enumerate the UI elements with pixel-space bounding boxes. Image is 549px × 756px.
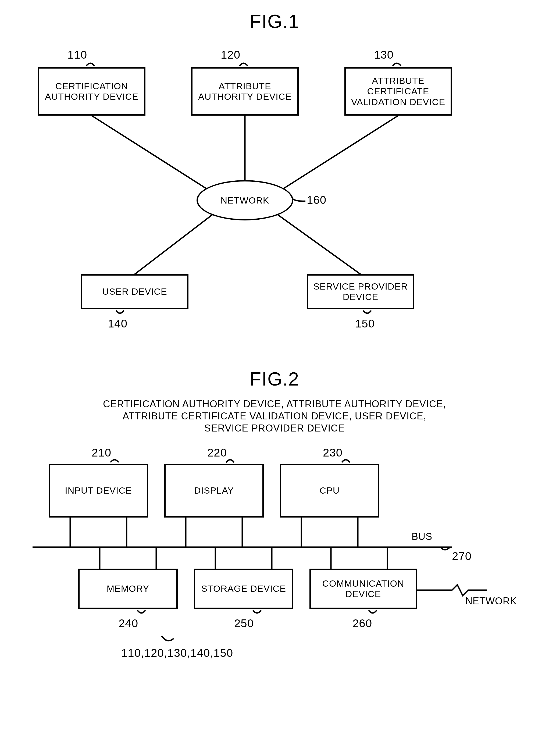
node-memory: MEMORY (78, 569, 178, 609)
ref-270: 270 (452, 550, 472, 563)
node-label: NETWORK (221, 195, 269, 206)
node-label: USER DEVICE (102, 286, 167, 297)
group-ref: 110,120,130,140,150 (121, 647, 233, 659)
fig1-diagram: CERTIFICATION AUTHORITY DEVICE 110 ATTRI… (11, 40, 538, 336)
bus-label: BUS (412, 531, 432, 542)
svg-line-1 (92, 116, 210, 191)
caption-line: ATTRIBUTE CERTIFICATE VALIDATION DEVICE,… (11, 410, 538, 422)
svg-line-2 (280, 116, 398, 191)
ref-250: 250 (234, 617, 254, 630)
node-display: DISPLAY (164, 464, 264, 518)
node-attribute-certificate-validation: ATTRIBUTE CERTIFICATE VALIDATION DEVICE (344, 67, 452, 116)
fig2-title: FIG.2 (11, 368, 538, 390)
node-user-device: USER DEVICE (81, 274, 188, 309)
ref-210: 210 (92, 446, 111, 459)
node-storage: STORAGE DEVICE (194, 569, 293, 609)
ref-260: 260 (352, 617, 372, 630)
node-label: ATTRIBUTE CERTIFICATE VALIDATION DEVICE (347, 76, 450, 107)
network-label: NETWORK (465, 595, 517, 607)
ref-240: 240 (119, 617, 138, 630)
ref-150: 150 (355, 317, 375, 330)
figure-1: FIG.1 CERTIFICATION AUTHORITY DEVICE 110… (11, 11, 538, 336)
ref-160: 160 (307, 194, 326, 206)
node-label: SERVICE PROVIDER DEVICE (309, 281, 412, 302)
node-network: NETWORK (197, 180, 293, 220)
ref-230: 230 (323, 446, 343, 459)
svg-line-3 (135, 212, 215, 274)
ref-220: 220 (207, 446, 227, 459)
caption-line: CERTIFICATION AUTHORITY DEVICE, ATTRIBUT… (11, 398, 538, 410)
ref-130: 130 (374, 48, 394, 61)
node-attribute-authority: ATTRIBUTE AUTHORITY DEVICE (191, 67, 299, 116)
ref-140: 140 (108, 317, 127, 330)
node-input-device: INPUT DEVICE (49, 464, 148, 518)
node-communication: COMMUNICATION DEVICE (309, 569, 417, 609)
caption-line: SERVICE PROVIDER DEVICE (11, 422, 538, 434)
node-label: COMMUNICATION DEVICE (312, 578, 415, 599)
fig1-title: FIG.1 (11, 11, 538, 32)
node-label: INPUT DEVICE (65, 485, 132, 496)
node-label: CPU (320, 485, 340, 496)
fig2-caption: CERTIFICATION AUTHORITY DEVICE, ATTRIBUT… (11, 398, 538, 434)
node-service-provider: SERVICE PROVIDER DEVICE (307, 274, 414, 309)
fig2-diagram: INPUT DEVICE 210 DISPLAY 220 CPU 230 BUS… (11, 437, 538, 673)
figure-2: FIG.2 CERTIFICATION AUTHORITY DEVICE, AT… (11, 368, 538, 673)
node-cpu: CPU (280, 464, 379, 518)
svg-line-4 (275, 212, 361, 274)
node-label: DISPLAY (194, 485, 234, 496)
node-label: MEMORY (107, 583, 149, 594)
ref-120: 120 (221, 48, 240, 61)
node-label: CERTIFICATION AUTHORITY DEVICE (40, 81, 143, 102)
node-label: STORAGE DEVICE (201, 583, 286, 594)
node-label: ATTRIBUTE AUTHORITY DEVICE (194, 81, 296, 102)
node-certification-authority: CERTIFICATION AUTHORITY DEVICE (38, 67, 145, 116)
ref-110: 110 (67, 48, 87, 61)
